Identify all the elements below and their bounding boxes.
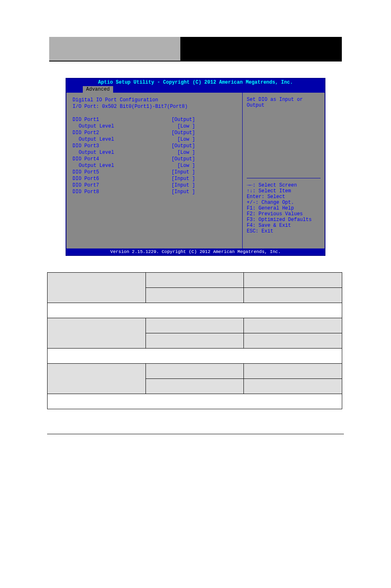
page-footer-line xyxy=(47,434,344,442)
table-cell xyxy=(244,333,342,349)
bios-help-text: Set DIO as Input or Output xyxy=(247,97,321,108)
bios-config-row[interactable]: DIO Port3[Output] xyxy=(73,143,236,149)
table-cell xyxy=(244,288,342,303)
options-table xyxy=(47,272,342,409)
table-cell xyxy=(145,379,244,394)
table-cell xyxy=(48,394,342,409)
bios-help-key: F3: Optimized Defaults xyxy=(247,217,321,223)
bios-row-value[interactable]: [Output] xyxy=(171,130,195,136)
table-cell xyxy=(145,318,244,333)
bios-help-key: F4: Save & Exit xyxy=(247,223,321,228)
bios-config-row[interactable]: Output Level[Low ] xyxy=(73,123,236,130)
bios-config-row[interactable]: DIO Port8[Input ] xyxy=(73,189,236,195)
bios-row-label: DIO Port7 xyxy=(73,182,99,189)
bios-help-key: Enter: Select xyxy=(247,194,321,200)
table-cell xyxy=(244,318,342,333)
bios-tab-row: Advanced xyxy=(66,86,325,93)
table-cell xyxy=(145,364,244,379)
bios-row-label: DIO Port4 xyxy=(73,156,99,162)
bios-row-value[interactable]: [Input ] xyxy=(171,169,195,175)
bios-config-row[interactable]: DIO Port1[Output] xyxy=(73,116,236,123)
bios-help-key: F2: Previous Values xyxy=(247,211,321,217)
bios-row-value[interactable]: [Input ] xyxy=(171,189,195,195)
bios-row-label: DIO Port1 xyxy=(73,116,99,123)
bios-row-value[interactable]: [Output] xyxy=(171,156,195,162)
bios-row-label: DIO Port5 xyxy=(73,169,99,175)
bios-row-label: DIO Port2 xyxy=(73,130,99,136)
bios-help-key: +/-: Change Opt. xyxy=(247,200,321,205)
bios-body: Digital IO Port Configuration I/O Port: … xyxy=(66,93,325,248)
bios-row-label: Output Level xyxy=(73,162,114,169)
bios-row-value[interactable]: [Low ] xyxy=(177,123,195,130)
bios-right-panel: Set DIO as Input or Output →←: Select Sc… xyxy=(243,93,325,248)
bios-config-row[interactable]: Output Level[Low ] xyxy=(73,136,236,143)
bios-help-key: ↑↓: Select Item xyxy=(247,188,321,194)
bios-row-label: Output Level xyxy=(73,123,114,130)
header-left-block xyxy=(49,37,180,62)
bios-row-value[interactable]: [Low ] xyxy=(177,149,195,156)
bios-row-value[interactable]: [Low ] xyxy=(177,162,195,169)
bios-config-row[interactable]: DIO Port6[Input ] xyxy=(73,175,236,182)
table-cell xyxy=(145,273,244,288)
bios-row-label: DIO Port6 xyxy=(73,175,99,182)
bios-row-label: DIO Port8 xyxy=(73,189,99,195)
table-cell xyxy=(48,303,342,318)
header-bar xyxy=(49,37,342,62)
bios-row-value[interactable]: [Input ] xyxy=(171,175,195,182)
bios-row-value[interactable]: [Input ] xyxy=(171,182,195,189)
bios-help-key: ESC: Exit xyxy=(247,228,321,234)
table-cell xyxy=(48,318,146,349)
bios-help-key: F1: General Help xyxy=(247,205,321,211)
bios-row-label: Output Level xyxy=(73,136,114,143)
bios-row-value[interactable]: [Low ] xyxy=(177,136,195,143)
header-right-block xyxy=(180,37,342,62)
bios-footer: Version 2.15.1229. Copyright (C) 2012 Am… xyxy=(66,248,325,255)
table-cell xyxy=(244,273,342,288)
bios-window: Aptio Setup Utility - Copyright (C) 2012… xyxy=(66,78,325,256)
bios-row-label: DIO Port3 xyxy=(73,143,99,149)
bios-config-row[interactable]: DIO Port7[Input ] xyxy=(73,182,236,189)
bios-help-divider xyxy=(247,178,321,178)
bios-heading2: I/O Port: 0x502 Bit0(Port1)-Bit7(Port8) xyxy=(73,103,236,110)
bios-config-row[interactable]: DIO Port5[Input ] xyxy=(73,169,236,175)
bios-row-label: Output Level xyxy=(73,149,114,156)
bios-row-value[interactable]: [Output] xyxy=(171,116,195,123)
table-cell xyxy=(48,364,146,394)
bios-config-row[interactable]: DIO Port4[Output] xyxy=(73,156,236,162)
bios-title-bar: Aptio Setup Utility - Copyright (C) 2012… xyxy=(66,79,325,86)
tab-advanced[interactable]: Advanced xyxy=(83,86,113,93)
bios-row-value[interactable]: [Output] xyxy=(171,143,195,149)
table-cell xyxy=(244,379,342,394)
table-cell xyxy=(145,288,244,303)
bios-heading1: Digital IO Port Configuration xyxy=(73,97,236,103)
bios-left-panel: Digital IO Port Configuration I/O Port: … xyxy=(66,93,243,248)
bios-help-key: →←: Select Screen xyxy=(247,182,321,188)
table-cell xyxy=(244,364,342,379)
table-cell xyxy=(48,273,146,303)
bios-config-row[interactable]: Output Level[Low ] xyxy=(73,149,236,156)
table-cell xyxy=(145,333,244,349)
bios-config-row[interactable]: Output Level[Low ] xyxy=(73,162,236,169)
table-cell xyxy=(48,349,342,364)
bios-config-row[interactable]: DIO Port2[Output] xyxy=(73,130,236,136)
